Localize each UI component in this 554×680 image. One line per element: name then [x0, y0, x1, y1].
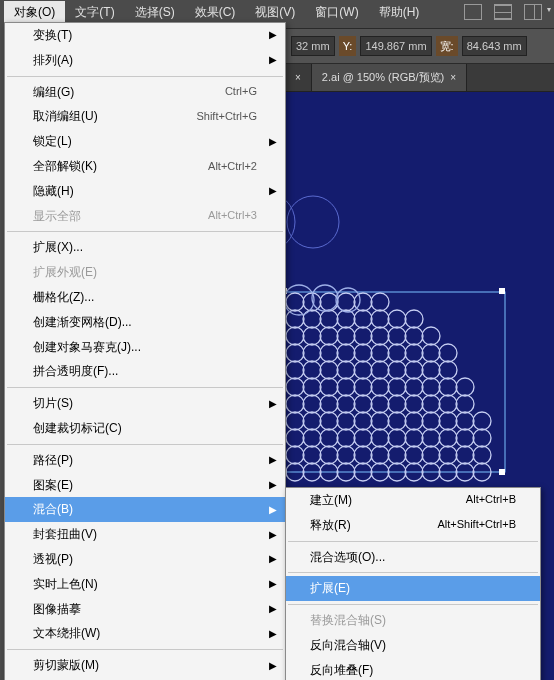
submenu-item[interactable]: 反向混合轴(V)	[286, 633, 540, 658]
submenu-item[interactable]: 反向堆叠(F)	[286, 658, 540, 680]
object-dropdown: 变换(T)▶排列(A)▶编组(G)Ctrl+G取消编组(U)Shift+Ctrl…	[4, 22, 286, 680]
svg-point-104	[422, 446, 440, 464]
menu-window[interactable]: 窗口(W)	[305, 1, 368, 24]
width-value[interactable]: 84.643 mm	[462, 36, 527, 56]
svg-point-37	[405, 344, 423, 362]
svg-point-78	[388, 412, 406, 430]
menu-item-label: 创建裁切标记(C)	[33, 420, 122, 437]
menu-item[interactable]: 透视(P)▶	[5, 547, 285, 572]
menu-item[interactable]: 切片(S)▶	[5, 391, 285, 416]
menu-item-label: 全部解锁(K)	[33, 158, 97, 175]
close-icon[interactable]: ×	[450, 72, 456, 83]
document-icon[interactable]	[464, 4, 482, 20]
menu-item[interactable]: 隐藏(H)▶	[5, 179, 285, 204]
menu-help[interactable]: 帮助(H)	[369, 1, 430, 24]
svg-point-62	[303, 395, 321, 413]
width-label: 宽:	[436, 36, 458, 56]
y-value[interactable]: 149.867 mm	[360, 36, 431, 56]
svg-point-75	[337, 412, 355, 430]
menu-item[interactable]: 拼合透明度(F)...	[5, 359, 285, 384]
menu-item-label: 取消编组(U)	[33, 108, 98, 125]
menu-item[interactable]: 锁定(L)▶	[5, 129, 285, 154]
svg-point-103	[405, 446, 423, 464]
svg-point-39	[439, 344, 457, 362]
layout-dropdown-icon[interactable]	[524, 4, 542, 20]
submenu-arrow-icon: ▶	[269, 53, 277, 67]
menu-item[interactable]: 取消编组(U)Shift+Ctrl+G	[5, 104, 285, 129]
tab-prev[interactable]: ×	[285, 64, 312, 91]
menu-item[interactable]: 混合(B)▶	[5, 497, 285, 522]
x-value[interactable]: 32 mm	[291, 36, 335, 56]
menu-item[interactable]: 创建裁切标记(C)	[5, 416, 285, 441]
svg-point-24	[337, 327, 355, 345]
menu-item[interactable]: 创建渐变网格(D)...	[5, 310, 285, 335]
svg-point-16	[337, 310, 355, 328]
submenu-arrow-icon: ▶	[269, 397, 277, 411]
menu-item[interactable]: 路径(P)▶	[5, 448, 285, 473]
menu-type[interactable]: 文字(T)	[65, 1, 124, 24]
svg-point-94	[456, 429, 474, 447]
svg-point-42	[320, 361, 338, 379]
menu-shortcut: Alt+Shift+Ctrl+B	[437, 517, 516, 534]
menu-item[interactable]: 实时上色(N)▶	[5, 572, 285, 597]
svg-point-88	[354, 429, 372, 447]
svg-point-32	[320, 344, 338, 362]
menu-item[interactable]: 扩展(X)...	[5, 235, 285, 260]
menu-item: 扩展外观(E)	[5, 260, 285, 285]
menu-effect[interactable]: 效果(C)	[185, 1, 246, 24]
close-icon[interactable]: ×	[295, 72, 301, 83]
menu-item[interactable]: 栅格化(Z)...	[5, 285, 285, 310]
submenu-arrow-icon: ▶	[269, 135, 277, 149]
menu-item-label: 切片(S)	[33, 395, 73, 412]
svg-point-35	[371, 344, 389, 362]
menu-item[interactable]: 封套扭曲(V)▶	[5, 522, 285, 547]
svg-point-23	[320, 327, 338, 345]
menu-item[interactable]: 排列(A)▶	[5, 48, 285, 73]
tab-active[interactable]: 2.ai @ 150% (RGB/预览) ×	[312, 64, 467, 91]
menu-item[interactable]: 编组(G)Ctrl+G	[5, 80, 285, 105]
svg-point-72	[286, 412, 304, 430]
menu-item[interactable]: 图像描摹▶	[5, 597, 285, 622]
svg-point-26	[371, 327, 389, 345]
submenu-item[interactable]: 建立(M)Alt+Ctrl+B	[286, 488, 540, 513]
menu-view[interactable]: 视图(V)	[245, 1, 305, 24]
svg-point-85	[303, 429, 321, 447]
menu-item[interactable]: 剪切蒙版(M)▶	[5, 653, 285, 678]
menu-shortcut: Ctrl+G	[225, 84, 257, 99]
svg-point-102	[388, 446, 406, 464]
svg-point-29	[422, 327, 440, 345]
svg-point-55	[371, 378, 389, 396]
svg-point-25	[354, 327, 372, 345]
svg-point-33	[337, 344, 355, 362]
menubar: 对象(O) 文字(T) 选择(S) 效果(C) 视图(V) 窗口(W) 帮助(H…	[0, 0, 554, 24]
svg-point-12	[371, 293, 389, 311]
menu-item-label: 扩展外观(E)	[33, 264, 97, 281]
menu-item-label: 排列(A)	[33, 52, 73, 69]
arrange-icon[interactable]	[494, 4, 512, 20]
menu-select[interactable]: 选择(S)	[125, 1, 185, 24]
svg-point-45	[371, 361, 389, 379]
menu-item[interactable]: 全部解锁(K)Alt+Ctrl+2	[5, 154, 285, 179]
menu-object[interactable]: 对象(O)	[4, 1, 65, 24]
menu-item[interactable]: 文本绕排(W)▶	[5, 621, 285, 646]
menu-item[interactable]: 变换(T)▶	[5, 23, 285, 48]
submenu-item-label: 替换混合轴(S)	[310, 612, 386, 629]
svg-point-27	[388, 327, 406, 345]
menu-item[interactable]: 图案(E)▶	[5, 473, 285, 498]
submenu-item[interactable]: 扩展(E)	[286, 576, 540, 601]
svg-point-97	[303, 446, 321, 464]
submenu-item: 替换混合轴(S)	[286, 608, 540, 633]
svg-point-57	[405, 378, 423, 396]
submenu-item[interactable]: 释放(R)Alt+Shift+Ctrl+B	[286, 513, 540, 538]
submenu-arrow-icon: ▶	[269, 503, 277, 517]
submenu-arrow-icon: ▶	[269, 28, 277, 42]
svg-point-67	[388, 395, 406, 413]
svg-point-46	[388, 361, 406, 379]
menu-item[interactable]: 创建对象马赛克(J)...	[5, 335, 285, 360]
svg-point-105	[439, 446, 457, 464]
svg-point-43	[337, 361, 355, 379]
submenu-item-label: 反向混合轴(V)	[310, 637, 386, 654]
submenu-item[interactable]: 混合选项(O)...	[286, 545, 540, 570]
svg-point-18	[371, 310, 389, 328]
submenu-arrow-icon: ▶	[269, 478, 277, 492]
